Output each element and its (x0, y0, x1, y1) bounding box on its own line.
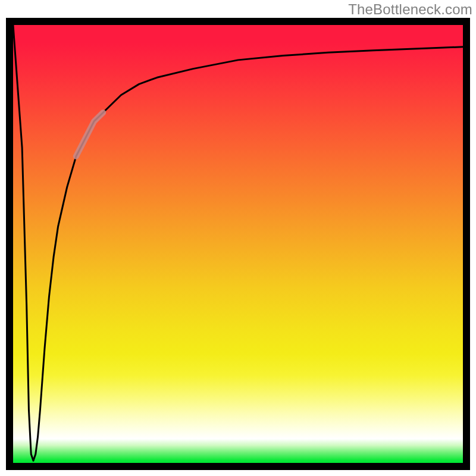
chart-frame (6, 18, 470, 470)
bottleneck-curve-line (13, 25, 463, 461)
curve-group (13, 25, 463, 461)
watermark-text: TheBottleneck.com (348, 1, 472, 18)
curve-highlight-segment (76, 112, 103, 156)
chart-container: TheBottleneck.com (0, 0, 476, 476)
chart-plot (13, 25, 463, 463)
